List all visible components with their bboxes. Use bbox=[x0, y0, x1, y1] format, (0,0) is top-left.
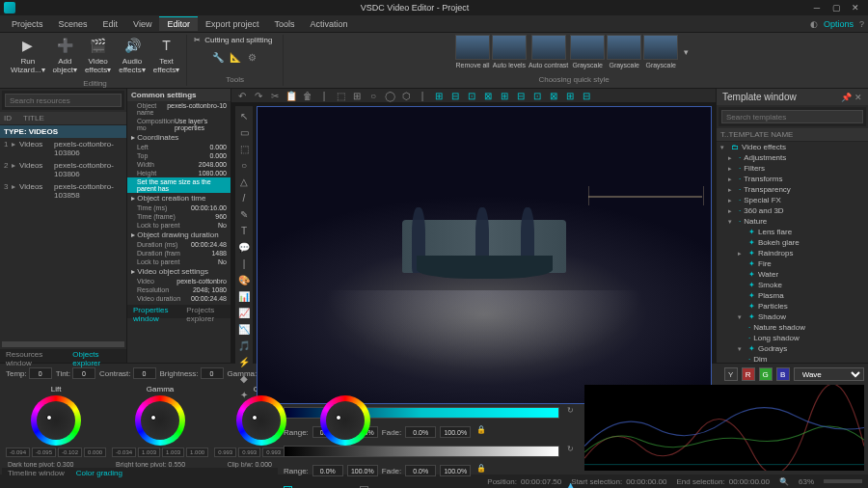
tab-color-grading[interactable]: Color grading bbox=[70, 468, 128, 478]
prop-row[interactable]: Videopexels-cottonbro bbox=[127, 277, 231, 285]
template-item[interactable]: ▸·Adjustments bbox=[717, 152, 868, 163]
hue-bar-2[interactable] bbox=[284, 446, 559, 457]
toolbar-icon[interactable]: ⊞ bbox=[350, 89, 364, 102]
resource-item[interactable]: 1▸Videospexels-cottonbro-103806 bbox=[0, 138, 126, 159]
prop-row[interactable]: Time (ms)00:00:16.00 bbox=[127, 203, 231, 212]
align-icon[interactable]: ⊞ bbox=[498, 89, 511, 102]
template-item[interactable]: ▸·Filters bbox=[717, 163, 868, 174]
toolbar-icon[interactable]: ↶ bbox=[235, 89, 249, 102]
template-item[interactable]: ▸·Transparency bbox=[717, 184, 868, 195]
help-icon[interactable]: ? bbox=[859, 19, 864, 29]
tab-timeline[interactable]: Timeline window bbox=[2, 468, 70, 478]
scope-g-channel[interactable]: G bbox=[759, 367, 773, 381]
side-tool[interactable]: T bbox=[236, 223, 252, 238]
template-item[interactable]: ✦Lens flare bbox=[717, 227, 868, 237]
prop-row[interactable]: Lock to parentNo bbox=[127, 221, 231, 230]
template-item[interactable]: ▾🗀Video effects bbox=[717, 142, 868, 152]
lock-icon[interactable]: 🔒 bbox=[475, 464, 488, 477]
menu-edit[interactable]: Edit bbox=[95, 17, 126, 31]
template-item[interactable]: · Long shadow bbox=[717, 333, 868, 343]
side-tool[interactable]: 📊 bbox=[236, 288, 252, 304]
gain-wheel[interactable] bbox=[236, 395, 286, 446]
align-icon[interactable]: ⊟ bbox=[448, 89, 462, 102]
menu-projects[interactable]: Projects bbox=[4, 17, 51, 31]
toolbar-icon[interactable]: ✂ bbox=[268, 89, 282, 102]
template-item[interactable]: · Nature shadow bbox=[717, 322, 868, 333]
menu-activation[interactable]: Activation bbox=[302, 17, 355, 31]
prop-row[interactable]: Set the same size as the parent has bbox=[127, 177, 231, 193]
toolbar-icon[interactable]: ○ bbox=[366, 89, 380, 102]
align-icon[interactable]: ⊞ bbox=[563, 89, 577, 102]
contrast-input[interactable] bbox=[133, 367, 156, 379]
prop-row[interactable]: ▸ Object creation time bbox=[127, 193, 231, 203]
style-grayscale[interactable] bbox=[607, 35, 641, 60]
reset-icon[interactable]: ↻ bbox=[563, 406, 577, 420]
side-tool[interactable]: | bbox=[236, 256, 252, 271]
tab-resources[interactable]: Resources window bbox=[0, 349, 67, 363]
tool-icon-2[interactable]: 📐 bbox=[229, 51, 242, 65]
offset-wheel[interactable] bbox=[320, 395, 370, 446]
scope-r-channel[interactable]: R bbox=[742, 367, 755, 381]
menu-export-project[interactable]: Export project bbox=[198, 17, 267, 31]
col-title[interactable]: TITLE bbox=[23, 114, 44, 122]
side-tool[interactable]: △ bbox=[236, 174, 252, 189]
cutting-splitting-button[interactable]: ✂Cutting and splitting bbox=[191, 35, 279, 47]
toolbar-icon[interactable]: ◯ bbox=[383, 89, 396, 102]
template-item[interactable]: ▾·Nature bbox=[717, 216, 868, 227]
scope-wave-select[interactable]: Wave bbox=[794, 367, 864, 381]
prop-row[interactable]: Width2048.000 bbox=[127, 160, 231, 169]
minimize-button[interactable]: ─ bbox=[808, 1, 826, 14]
side-tool[interactable]: ▭ bbox=[236, 124, 252, 140]
menu-view[interactable]: View bbox=[125, 17, 159, 31]
maximize-button[interactable]: ▢ bbox=[827, 1, 845, 14]
prop-row[interactable]: Video duration00:00:24.48 bbox=[127, 294, 231, 303]
prop-row[interactable]: ▸ Coordinates bbox=[127, 132, 231, 143]
style-auto-levels[interactable] bbox=[492, 35, 527, 60]
show-area-checkbox[interactable]: Show affected area bbox=[360, 483, 438, 488]
toolbar-icon[interactable]: 📋 bbox=[285, 89, 298, 102]
toolbar-icon[interactable]: ↷ bbox=[252, 89, 265, 102]
prop-row[interactable]: Height1080.000 bbox=[127, 169, 231, 177]
prop-row[interactable]: Duration (ms)00:00:24.48 bbox=[127, 240, 231, 249]
menu-editor[interactable]: Editor bbox=[159, 16, 198, 31]
scope-y-channel[interactable]: Y bbox=[724, 367, 738, 381]
pin-icon[interactable]: 📌 ✕ bbox=[841, 93, 862, 102]
ribbon-text[interactable]: TTexteffects▾ bbox=[150, 35, 182, 77]
side-tool[interactable]: / bbox=[236, 190, 252, 205]
prop-row[interactable]: Resolution2048; 1080 bbox=[127, 285, 231, 294]
scope-b-channel[interactable]: B bbox=[776, 367, 790, 381]
styles-more[interactable]: ▾ bbox=[680, 47, 692, 57]
side-tool[interactable]: ○ bbox=[236, 157, 252, 173]
prop-row[interactable]: ▸ Object drawing duration bbox=[127, 230, 231, 240]
prop-row[interactable]: Object namepexels-cottonbro-10 bbox=[127, 101, 231, 117]
prop-row[interactable]: Top0.000 bbox=[127, 151, 231, 160]
reset-icon[interactable]: ↻ bbox=[563, 445, 577, 458]
style-grayscale[interactable] bbox=[643, 35, 678, 60]
side-tool[interactable]: ✎ bbox=[236, 206, 252, 222]
temp-input[interactable] bbox=[29, 367, 52, 379]
toolbar-icon[interactable]: ⬚ bbox=[334, 89, 347, 102]
side-tool[interactable]: 💬 bbox=[236, 239, 252, 255]
scrollbar-h[interactable] bbox=[2, 341, 124, 347]
toolbar-icon[interactable]: ⬡ bbox=[399, 89, 413, 102]
search-resources-input[interactable] bbox=[5, 94, 122, 107]
side-tool[interactable]: 🎵 bbox=[236, 338, 252, 353]
template-item[interactable]: ✦Particles bbox=[717, 301, 868, 312]
menu-scenes[interactable]: Scenes bbox=[51, 17, 95, 31]
zoom-out-icon[interactable]: 🔍 bbox=[779, 477, 789, 486]
style-auto-contrast[interactable] bbox=[531, 35, 566, 60]
resource-item[interactable]: 3▸Videospexels-cottonbro-103858 bbox=[0, 180, 126, 202]
ribbon-add[interactable]: ➕Addobject▾ bbox=[50, 35, 80, 77]
col-id[interactable]: ID bbox=[4, 114, 23, 122]
tool-icon-3[interactable]: ⚙ bbox=[246, 51, 259, 65]
template-item[interactable]: ▾✦Godrays bbox=[717, 343, 868, 354]
side-tool[interactable]: 📉 bbox=[236, 321, 252, 337]
brightness-input[interactable] bbox=[201, 367, 224, 379]
show-hint-checkbox[interactable]: ✓Show color hint bbox=[284, 483, 348, 488]
align-icon[interactable]: ⊟ bbox=[514, 89, 528, 102]
tool-icon-1[interactable]: 🔧 bbox=[211, 51, 225, 65]
style-remove-all[interactable] bbox=[455, 35, 490, 60]
tab-projects[interactable]: Projects explorer bbox=[180, 305, 231, 318]
ribbon-audio[interactable]: 🔊Audioeffects▾ bbox=[116, 35, 148, 77]
template-item[interactable]: ▸·Transforms bbox=[717, 174, 868, 184]
